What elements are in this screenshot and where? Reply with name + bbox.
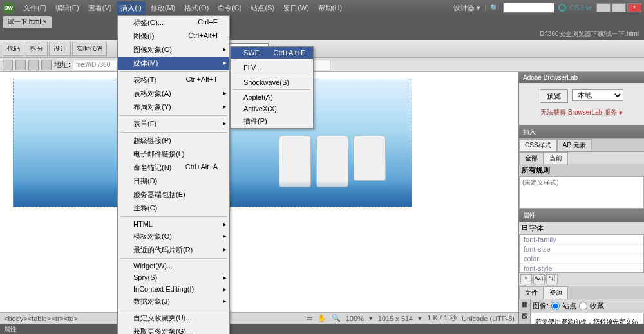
- css-property[interactable]: font-family: [520, 235, 643, 245]
- properties-panel-header[interactable]: 属性: [519, 209, 644, 222]
- tag-selector[interactable]: <body><table><tr><td>: [4, 315, 78, 322]
- menu-e[interactable]: 编辑(E): [52, 1, 83, 15]
- menu-item[interactable]: 表格对象(A): [118, 87, 229, 100]
- menu-item[interactable]: 表格(T)Ctrl+Alt+T: [118, 73, 229, 87]
- submenu-item[interactable]: Shockwave(S): [231, 77, 313, 88]
- minimize-button[interactable]: ─: [596, 3, 611, 12]
- status-bar: <body><table><tr><td> ▭ ✋ 🔍 100% ▾ 1015 …: [0, 312, 518, 324]
- close-button[interactable]: ×: [627, 3, 641, 12]
- favorites-radio[interactable]: [579, 302, 587, 310]
- menu-item[interactable]: 布局对象(Y): [118, 100, 229, 114]
- submenu-item[interactable]: SWFCtrl+Alt+F: [231, 47, 313, 59]
- menu-bar: 文件(F)编辑(E)查看(V)插入(I)修改(M)格式(O)命令(C)站点(S)…: [19, 1, 346, 15]
- browserlab-panel-header[interactable]: Adobe BrowserLab: [519, 72, 644, 83]
- file-size: 1 K / 1 秒: [427, 313, 457, 323]
- split-view-button[interactable]: 拆分: [26, 42, 48, 56]
- menu-item[interactable]: HTML: [118, 218, 229, 230]
- menu-c[interactable]: 命令(C): [214, 1, 245, 15]
- prop-tool-icon[interactable]: *↓|: [546, 274, 558, 284]
- menu-item[interactable]: 表单(F): [118, 117, 229, 131]
- css-property[interactable]: color: [520, 254, 643, 264]
- maximize-button[interactable]: □: [612, 3, 626, 12]
- files-tab[interactable]: 文件: [519, 286, 544, 299]
- browserlab-error: 无法获得 BrowserLab 服务: [522, 108, 641, 117]
- zoom-tool-icon[interactable]: 🔍: [332, 314, 341, 322]
- resources-tab[interactable]: 资源: [544, 286, 568, 299]
- code-view-button[interactable]: 代码: [3, 42, 24, 56]
- menu-item[interactable]: Spry(S): [118, 272, 229, 283]
- menu-item[interactable]: 电子邮件链接(L): [118, 147, 229, 161]
- insert-menu-dropdown: 标签(G)...Ctrl+E图像(I)Ctrl+Alt+I图像对象(G)媒体(M…: [117, 15, 230, 334]
- property-list[interactable]: font-familyfont-sizecolorfont-styleline-…: [519, 234, 644, 273]
- designer-dropdown[interactable]: 设计器 ▾: [453, 3, 480, 13]
- menu-item[interactable]: 超级链接(P): [118, 134, 229, 147]
- menu-item[interactable]: 数据对象(J): [118, 295, 229, 308]
- product-image: [354, 136, 386, 181]
- menu-item[interactable]: InContext Editing(I): [118, 283, 229, 295]
- css-property[interactable]: font-size: [520, 245, 643, 254]
- design-view-button[interactable]: 设计: [49, 42, 71, 56]
- menu-i[interactable]: 插入(I): [117, 1, 145, 15]
- forward-icon[interactable]: [15, 60, 26, 70]
- menu-item[interactable]: 获取更多对象(G)...: [118, 325, 229, 334]
- live-code-button[interactable]: 实时代码: [72, 42, 107, 56]
- menu-v[interactable]: 查看(V): [84, 1, 116, 15]
- properties-bar[interactable]: 属性: [0, 324, 644, 334]
- image-label: 图像:: [533, 301, 549, 311]
- menu-item[interactable]: 最近的代码片断(R): [118, 243, 229, 257]
- hand-tool-icon[interactable]: ✋: [317, 314, 327, 322]
- insert-panel-header[interactable]: 插入: [519, 125, 644, 138]
- media-submenu: SWFCtrl+Alt+FFLV...Shockwave(S)Applet(A)…: [230, 46, 314, 129]
- refresh-icon[interactable]: [28, 60, 39, 70]
- local-select[interactable]: 本地: [572, 89, 623, 101]
- menu-o[interactable]: 格式(O): [180, 1, 213, 15]
- window-dims[interactable]: 1015 x 514: [378, 315, 413, 322]
- submenu-item[interactable]: FLV...: [231, 62, 313, 73]
- home-icon[interactable]: [41, 60, 52, 70]
- menu-h[interactable]: 帮助(H): [314, 1, 346, 15]
- font-section[interactable]: 字体: [529, 223, 544, 233]
- zoom-level[interactable]: 100%: [346, 315, 364, 322]
- menu-item[interactable]: 服务器端包括(E): [118, 188, 229, 201]
- document-path: D:\360安全浏览器下载\试一下.html: [0, 28, 644, 40]
- rules-list[interactable]: (未定义样式): [519, 176, 644, 209]
- css-styles-tab[interactable]: CSS样式: [519, 139, 557, 151]
- menu-item[interactable]: 注释(C): [118, 201, 229, 215]
- app-logo: Dw: [3, 2, 14, 14]
- site-radio[interactable]: [551, 302, 560, 310]
- search-input[interactable]: [503, 3, 554, 13]
- prop-tool-icon[interactable]: Az↓: [533, 274, 545, 284]
- menu-m[interactable]: 修改(M): [147, 1, 180, 15]
- preview-button[interactable]: 预览: [540, 89, 568, 103]
- view-toolbar: 代码 拆分 设计 实时代码 标题:: [0, 40, 644, 58]
- ap-elements-tab[interactable]: AP 元素: [557, 139, 592, 151]
- current-scope-button[interactable]: 当前: [544, 152, 568, 164]
- all-scope-button[interactable]: 全部: [519, 152, 544, 164]
- prop-tool-icon[interactable]: ≡: [520, 274, 532, 284]
- submenu-item[interactable]: 插件(P): [231, 115, 313, 128]
- submenu-item[interactable]: ActiveX(X): [231, 103, 313, 115]
- rules-header: 所有规则: [519, 164, 644, 176]
- menu-item[interactable]: 日期(D): [118, 174, 229, 188]
- menu-item[interactable]: 图像对象(G): [118, 43, 229, 57]
- menu-item[interactable]: 图像(I)Ctrl+Alt+I: [118, 30, 229, 43]
- back-icon[interactable]: [3, 60, 13, 70]
- menu-s[interactable]: 站点(S): [247, 1, 278, 15]
- menu-w[interactable]: 窗口(W): [279, 1, 313, 15]
- search-icon[interactable]: 🔍: [490, 4, 499, 12]
- document-tab[interactable]: 试一下.html ×: [3, 16, 52, 28]
- menu-item[interactable]: 自定义收藏夹(U)...: [118, 311, 229, 325]
- menu-f[interactable]: 文件(F): [19, 1, 50, 15]
- cslive-link[interactable]: CS Live: [570, 5, 592, 12]
- css-property[interactable]: font-style: [520, 264, 643, 274]
- menu-item[interactable]: Widget(W)...: [118, 260, 229, 272]
- address-label: 地址:: [54, 60, 70, 70]
- submenu-item[interactable]: Applet(A): [231, 91, 313, 103]
- menu-item[interactable]: 命名锚记(N)Ctrl+Alt+A: [118, 161, 229, 174]
- menu-item[interactable]: 模板对象(O): [118, 230, 229, 243]
- color-type-icon[interactable]: ▨: [519, 312, 530, 322]
- menu-item[interactable]: 标签(G)...Ctrl+E: [118, 16, 229, 30]
- menu-item[interactable]: 媒体(M): [118, 57, 229, 70]
- image-type-icon[interactable]: ▦: [519, 301, 530, 311]
- select-tool-icon[interactable]: ▭: [306, 314, 312, 322]
